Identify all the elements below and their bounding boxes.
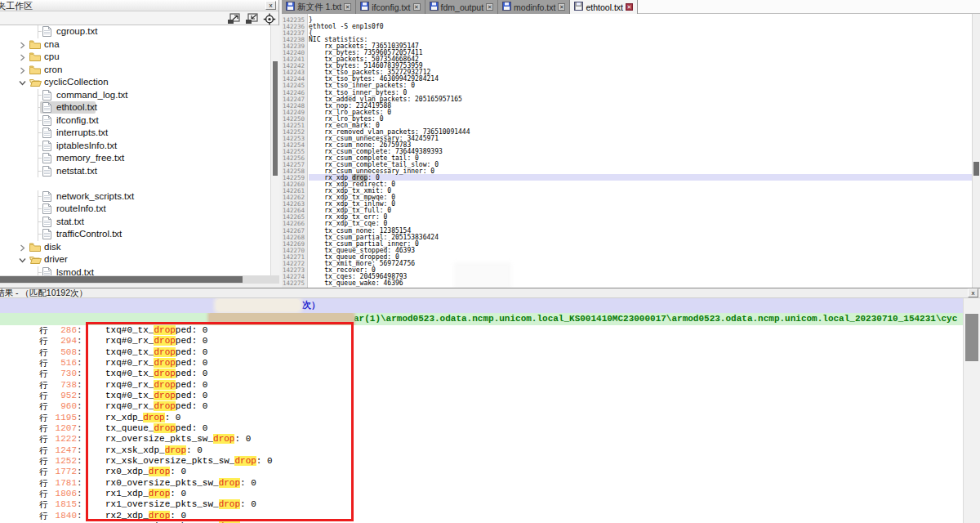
tree-item-interrupts-txt[interactable]: interrupts.txt <box>0 127 270 140</box>
tab-close-icon[interactable]: ✕ <box>486 3 493 11</box>
chevron-down-icon[interactable] <box>19 256 26 263</box>
chevron-right-icon[interactable] <box>19 66 26 74</box>
line-number: 142236 <box>282 23 307 29</box>
editor-panel: 新文件 1.txt✕ifconfig.txt✕fdm_output✕modinf… <box>282 0 980 288</box>
code-line: } <box>309 16 972 23</box>
search-summary-line[interactable]: 索 "drop" （1个文件中匹配到10192次，总计 次） <box>0 298 963 313</box>
line-number: 142274 <box>282 273 307 279</box>
tab-modinfo-txt[interactable]: modinfo.txt✕ <box>498 0 570 14</box>
code-line: rx_xdp_redirect: 0 <box>309 181 972 187</box>
tab-fdm-output[interactable]: fdm_output✕ <box>425 0 499 14</box>
collapse-all-icon[interactable] <box>245 13 259 25</box>
tree-item-network-scripts-txt[interactable]: network_scripts.txt <box>0 190 270 203</box>
tab-close-icon[interactable]: ✕ <box>558 3 565 11</box>
tree-vscroll-thumb[interactable] <box>273 61 278 176</box>
editor-vscroll-thumb[interactable] <box>973 162 979 176</box>
tab-close-icon[interactable]: ✕ <box>413 3 421 11</box>
save-icon <box>286 2 295 12</box>
save-icon <box>430 2 439 12</box>
tab-ifconfig-txt[interactable]: ifconfig.txt✕ <box>356 0 425 14</box>
tree-vertical-scrollbar[interactable] <box>270 25 279 275</box>
line-number: 142263 <box>282 200 307 207</box>
result-line-number: 516 <box>51 358 77 369</box>
code-line: tx_queue_stopped: 46393 <box>309 247 972 253</box>
line-number: 142248 <box>282 102 307 109</box>
line-number: 142240 <box>282 49 307 56</box>
tree-item-disk[interactable]: disk <box>0 241 270 254</box>
tree-item-cgroup-txt[interactable]: cgroup.txt <box>0 25 270 38</box>
result-row-prefix: 行 <box>39 347 51 358</box>
result-line-number: 730 <box>51 369 77 379</box>
code-line: rx_csum_none: 26759783 <box>309 141 972 148</box>
tree-hscroll-thumb[interactable] <box>0 276 243 283</box>
tree-item-routeinfo-txt[interactable]: routeInfo.txt <box>0 203 270 216</box>
code-line: tx_bytes: 514607839753959 <box>309 62 972 69</box>
code-line: tx_packets: 507354668642 <box>309 56 972 62</box>
code-line: tx_queue_wake: 46396 <box>309 279 972 286</box>
chevron-right-icon[interactable] <box>19 53 26 60</box>
result-row-prefix: 行 <box>39 456 51 467</box>
tree-item-memory-free-txt[interactable]: memory_free.txt <box>0 152 270 165</box>
line-number: 142241 <box>282 56 307 62</box>
folder-icon <box>29 65 41 76</box>
result-line-number: 1252 <box>51 456 77 467</box>
results-vertical-scrollbar[interactable] <box>963 298 980 523</box>
tree-item-lsmod-txt[interactable]: lsmod.txt <box>0 266 270 276</box>
result-colon: : <box>77 489 82 499</box>
locate-file-icon[interactable] <box>263 13 277 25</box>
tree-item-ifconfig-txt[interactable]: ifconfig.txt <box>0 114 270 127</box>
file-path-suffix: ar(1)\armod0523.odata.ncmp.unicom.local_… <box>354 313 957 325</box>
tree-horizontal-scrollbar[interactable] <box>0 275 279 284</box>
line-number: 142235 <box>282 16 307 23</box>
code-line: rx_xdp_tx_mpwqe: 0 <box>309 194 972 200</box>
tree-item-command-log-txt[interactable]: command_log.txt <box>0 89 270 102</box>
tree-item-netstat-txt[interactable]: netstat.txt <box>0 165 270 178</box>
result-row-prefix: 行 <box>39 336 51 346</box>
file-icon <box>42 115 51 127</box>
tree-item-stat-txt[interactable]: stat.txt <box>0 216 270 229</box>
tab-close-icon[interactable]: ✕ <box>344 3 351 11</box>
tab-ethtool-txt[interactable]: ethtool.txt✕ <box>570 0 638 14</box>
tree-item-trafficcontrol-txt[interactable]: trafficControl.txt <box>0 228 270 241</box>
file-icon <box>42 217 51 229</box>
line-number: 142246 <box>282 89 307 96</box>
tab-新文件-1-txt[interactable]: 新文件 1.txt✕ <box>282 0 356 14</box>
chevron-down-icon[interactable] <box>19 78 26 86</box>
chevron-right-icon[interactable] <box>19 244 26 251</box>
tree-item-label: trafficControl.txt <box>55 229 123 239</box>
code-line: rx_xdp_tx_full: 0 <box>309 207 972 213</box>
line-number: 142264 <box>282 207 307 213</box>
result-line-number: 1840 <box>51 511 77 521</box>
tree-item-cron[interactable]: cron <box>0 64 270 77</box>
editor-vertical-scrollbar[interactable] <box>972 14 980 288</box>
tree-item-ethtool-txt[interactable]: ethtool.txt <box>0 101 270 114</box>
editor-text-area[interactable]: }ethtool -S enp1s0f0{NIC statistics: rx_… <box>309 14 972 288</box>
tree-item-cpu[interactable]: cpu <box>0 51 270 64</box>
tab-close-icon[interactable]: ✕ <box>626 3 633 11</box>
workspace-panel: 夹工作区 x cgroup.txtcnacpucroncyclicCollect… <box>0 0 279 284</box>
results-vscroll-thumb[interactable] <box>965 314 978 361</box>
result-row-prefix: 行 <box>39 499 51 510</box>
code-line: rx_xdp_tx_inlnw: 0 <box>309 200 972 207</box>
file-icon <box>42 127 51 140</box>
tree-item-cna[interactable]: cna <box>0 38 270 51</box>
result-colon: : <box>77 325 82 336</box>
folder-open-icon <box>29 255 42 266</box>
line-number: 142242 <box>282 62 307 69</box>
code-line: tx_nop: 232419588 <box>309 102 972 109</box>
code-line: rx_bytes: 735960572057411 <box>309 49 972 56</box>
tree-item-iptablesinfo-txt[interactable]: iptablesInfo.txt <box>0 140 270 153</box>
workspace-close-icon[interactable]: x <box>265 1 276 10</box>
tree-item-label: memory_free.txt <box>55 153 126 163</box>
chevron-right-icon[interactable] <box>19 41 26 48</box>
search-results-panel: 结果 - （匹配10192次） x 索 "drop" （1个文件中匹配到1019… <box>0 288 980 523</box>
tree-item-driver[interactable]: driver <box>0 253 270 266</box>
tree-item-cycliccollection[interactable]: cyclicCollection <box>0 76 270 89</box>
tree-item-label: netstat.txt <box>55 166 99 177</box>
save-icon <box>360 2 369 12</box>
results-close-icon[interactable]: x <box>968 288 978 297</box>
tree-item-label: cyclicCollection <box>42 77 110 87</box>
expand-all-icon[interactable] <box>227 13 241 25</box>
line-number: 142243 <box>282 69 307 75</box>
code-line: tx_queue_dropped: 0 <box>309 253 972 260</box>
